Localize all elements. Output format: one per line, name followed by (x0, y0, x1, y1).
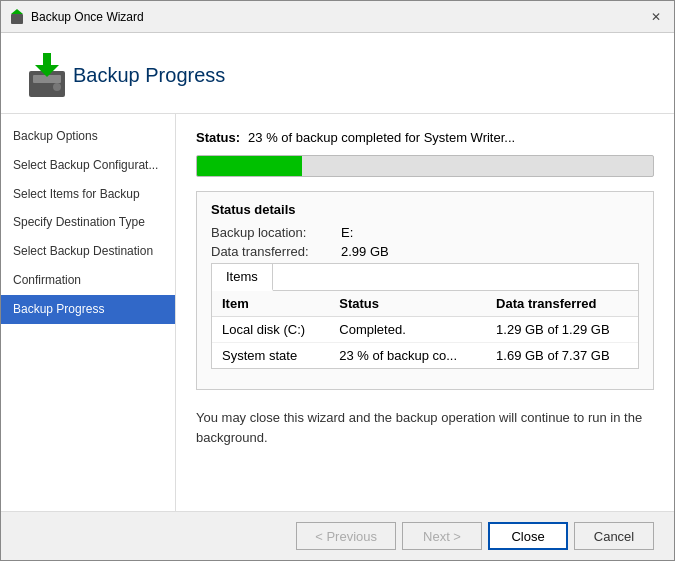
items-table-head: ItemStatusData transferred (212, 291, 638, 317)
svg-marker-1 (11, 9, 23, 14)
backup-once-wizard-window: Backup Once Wizard ✕ Backup Progress (0, 0, 675, 561)
next-button[interactable]: Next > (402, 522, 482, 550)
backup-location-row: Backup location: E: (211, 225, 639, 240)
data-transferred-row: Data transferred: 2.99 GB (211, 244, 639, 259)
tab-items[interactable]: Items (212, 264, 273, 291)
data-transferred-label: Data transferred: (211, 244, 341, 259)
status-details-title: Status details (211, 202, 639, 217)
items-tab-header: Items (212, 264, 638, 291)
svg-rect-5 (43, 53, 51, 65)
footer: < Previous Next > Close Cancel (1, 511, 674, 560)
status-row: Status: 23 % of backup completed for Sys… (196, 130, 654, 145)
page-title: Backup Progress (73, 64, 225, 87)
table-cell-data: 1.69 GB of 7.37 GB (486, 343, 638, 369)
table-row: Local disk (C:)Completed.1.29 GB of 1.29… (212, 317, 638, 343)
cancel-button[interactable]: Cancel (574, 522, 654, 550)
close-button[interactable]: Close (488, 522, 568, 550)
items-table-header-row: ItemStatusData transferred (212, 291, 638, 317)
table-cell-status: Completed. (329, 317, 486, 343)
items-table: ItemStatusData transferred Local disk (C… (212, 291, 638, 368)
sidebar: Backup OptionsSelect Backup Configurat..… (1, 114, 176, 511)
sidebar-item-confirmation[interactable]: Confirmation (1, 266, 175, 295)
data-transferred-value: 2.99 GB (341, 244, 389, 259)
table-col-data-transferred: Data transferred (486, 291, 638, 317)
app-icon (9, 9, 25, 25)
table-row: System state23 % of backup co...1.69 GB … (212, 343, 638, 369)
header-icon (21, 49, 73, 101)
status-details-box: Status details Backup location: E: Data … (196, 191, 654, 390)
items-tab-container: Items ItemStatusData transferred Local d… (211, 263, 639, 369)
title-bar: Backup Once Wizard ✕ (1, 1, 674, 33)
previous-button[interactable]: < Previous (296, 522, 396, 550)
window-title: Backup Once Wizard (31, 10, 646, 24)
sidebar-item-select-backup-configuration[interactable]: Select Backup Configurat... (1, 151, 175, 180)
table-cell-item: System state (212, 343, 329, 369)
table-cell-data: 1.29 GB of 1.29 GB (486, 317, 638, 343)
window-controls: ✕ (646, 7, 666, 27)
svg-point-4 (53, 83, 61, 91)
status-text: 23 % of backup completed for System Writ… (248, 130, 515, 145)
sidebar-item-backup-progress[interactable]: Backup Progress (1, 295, 175, 324)
table-cell-status: 23 % of backup co... (329, 343, 486, 369)
main-panel: Status: 23 % of backup completed for Sys… (176, 114, 674, 511)
sidebar-item-backup-options[interactable]: Backup Options (1, 122, 175, 151)
sidebar-item-specify-destination-type[interactable]: Specify Destination Type (1, 208, 175, 237)
backup-location-value: E: (341, 225, 353, 240)
close-window-button[interactable]: ✕ (646, 7, 666, 27)
progress-bar-container (196, 155, 654, 177)
window-body: Backup Progress Backup OptionsSelect Bac… (1, 33, 674, 560)
table-col-status: Status (329, 291, 486, 317)
items-table-body: Local disk (C:)Completed.1.29 GB of 1.29… (212, 317, 638, 369)
progress-bar-fill (197, 156, 302, 176)
table-col-item: Item (212, 291, 329, 317)
content-area: Backup OptionsSelect Backup Configurat..… (1, 114, 674, 511)
info-text: You may close this wizard and the backup… (196, 408, 654, 447)
svg-rect-0 (11, 14, 23, 24)
sidebar-item-select-backup-destination[interactable]: Select Backup Destination (1, 237, 175, 266)
table-cell-item: Local disk (C:) (212, 317, 329, 343)
sidebar-item-select-items-for-backup[interactable]: Select Items for Backup (1, 180, 175, 209)
header: Backup Progress (1, 33, 674, 114)
status-label: Status: (196, 130, 240, 145)
backup-location-label: Backup location: (211, 225, 341, 240)
